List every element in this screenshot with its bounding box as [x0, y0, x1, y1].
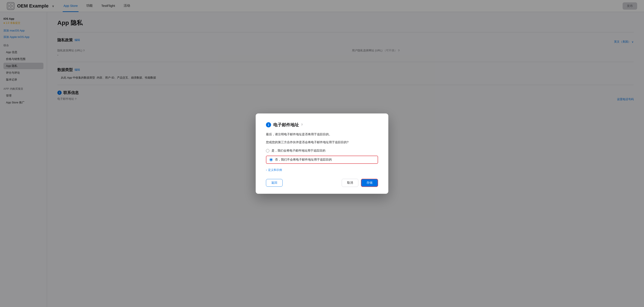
definition-link-label: 定义和示例	[268, 168, 282, 172]
dialog-header: i 电子邮件地址 ?	[266, 122, 378, 128]
email-address-dialog: i 电子邮件地址 ? 最后，请注明电子邮件地址是否将用于追踪目的。 您或您的第三…	[256, 113, 388, 194]
radio-no-label: 否，我们不会将电子邮件地址用于追踪目的	[275, 158, 332, 162]
dialog-body-text: 最后，请注明电子邮件地址是否将用于追踪目的。	[266, 132, 378, 137]
radio-yes-item[interactable]: 是，我们会将电子邮件地址用于追踪目的	[266, 149, 378, 153]
back-button[interactable]: 返回	[266, 179, 283, 187]
dialog-question-text: 您或您的第三方合作伙伴是否会将电子邮件地址用于追踪目的?	[266, 140, 378, 145]
tracking-radio-group: 是，我们会将电子邮件地址用于追踪目的 否，我们不会将电子邮件地址用于追踪目的	[266, 149, 378, 164]
chevron-right-icon: ›	[266, 168, 267, 171]
cancel-button[interactable]: 取消	[342, 179, 358, 187]
dialog-info-icon: i	[266, 122, 271, 127]
radio-no-input[interactable]	[269, 158, 273, 161]
save-button[interactable]: 存储	[361, 179, 378, 187]
dialog-footer-left: 返回	[266, 179, 342, 187]
dialog-title-help: ?	[301, 123, 303, 127]
dialog-footer: 返回 取消 存储	[266, 179, 378, 187]
dialog-title: 电子邮件地址	[273, 122, 299, 128]
modal-overlay: i 电子邮件地址 ? 最后，请注明电子邮件地址是否将用于追踪目的。 您或您的第三…	[0, 0, 644, 307]
definition-link[interactable]: › 定义和示例	[266, 168, 378, 172]
radio-yes-label: 是，我们会将电子邮件地址用于追踪目的	[272, 149, 326, 153]
dialog-footer-right: 取消 存储	[342, 179, 378, 187]
radio-no-item-selected[interactable]: 否，我们不会将电子邮件地址用于追踪目的	[266, 156, 378, 164]
radio-yes-input[interactable]	[266, 149, 269, 152]
